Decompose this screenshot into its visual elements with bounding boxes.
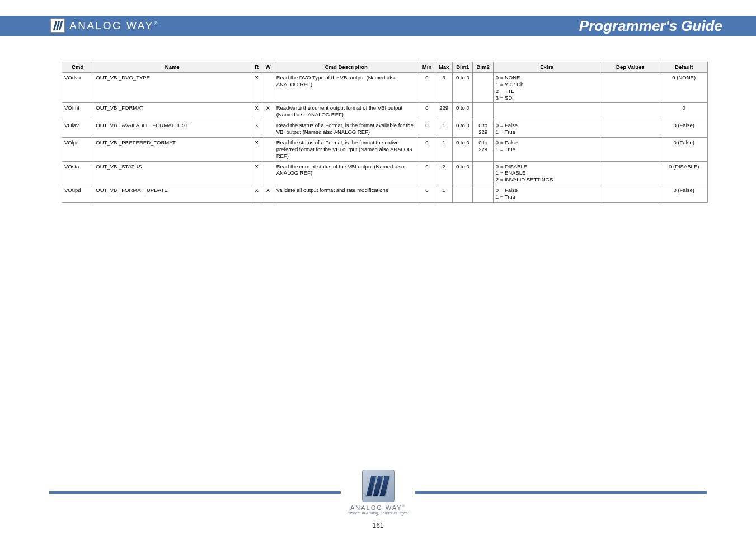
table-cell: OUT_VBI_AVAILABLE_FORMAT_LIST bbox=[93, 120, 251, 138]
th-dim1: Dim1 bbox=[453, 62, 473, 73]
table-cell bbox=[473, 103, 493, 120]
footer-tagline: Pioneer in Analog, Leader in Digital bbox=[348, 511, 408, 515]
table-cell: 1 bbox=[435, 185, 453, 203]
table-cell: VOlav bbox=[62, 120, 93, 138]
table-cell bbox=[262, 120, 274, 138]
table-cell: X bbox=[251, 161, 262, 185]
th-name: Name bbox=[93, 62, 251, 73]
table-cell: 0 (False) bbox=[660, 185, 708, 203]
table-cell: OUT_VBI_PREFERED_FORMAT bbox=[93, 137, 251, 161]
footer-rule-left bbox=[49, 491, 341, 494]
table-cell: Read the status of a Format, is the form… bbox=[274, 137, 419, 161]
table-cell: 0 (False) bbox=[660, 120, 708, 138]
th-cmd: Cmd bbox=[62, 62, 93, 73]
table-cell bbox=[493, 103, 600, 120]
table-cell: X bbox=[262, 185, 274, 203]
table-row: VOfmtOUT_VBI_FORMATXXRead/write the curr… bbox=[62, 103, 708, 120]
table-row: VOupdOUT_VBI_FORMAT_UPDATEXXValidate all… bbox=[62, 185, 708, 203]
table-row: VOlavOUT_VBI_AVAILABLE_FORMAT_LISTXRead … bbox=[62, 120, 708, 138]
table-cell: 229 bbox=[435, 103, 453, 120]
header-left: ANALOG WAY® bbox=[0, 16, 159, 36]
command-table: Cmd Name R W Cmd Description Min Max Dim… bbox=[62, 62, 708, 203]
table-cell: 0 bbox=[419, 185, 435, 203]
page-title: Programmer's Guide bbox=[579, 17, 722, 35]
table-cell bbox=[600, 161, 660, 185]
table-cell: X bbox=[251, 72, 262, 103]
table-cell: OUT_VBI_STATUS bbox=[93, 161, 251, 185]
table-cell: 3 bbox=[435, 72, 453, 103]
table-cell: 0 to 0 bbox=[453, 161, 473, 185]
table-cell: 0 = DISABLE 1 = ENABLE 2 = INVALID SETTI… bbox=[493, 161, 600, 185]
table-cell: 0 bbox=[419, 137, 435, 161]
table-cell: 0 bbox=[419, 103, 435, 120]
table-cell bbox=[600, 103, 660, 120]
table-cell: 0 bbox=[660, 103, 708, 120]
table-cell: 0 (DISABLE) bbox=[660, 161, 708, 185]
th-r: R bbox=[251, 62, 262, 73]
table-cell: 0 to 229 bbox=[473, 137, 493, 161]
table-row: VOdvoOUT_VBI_DVO_TYPEXRead the DVO Type … bbox=[62, 72, 708, 103]
table-cell: 0 = NONE 1 = Y Cr Cb 2 = TTL 3 = SDI bbox=[493, 72, 600, 103]
brand-logo-icon bbox=[362, 470, 395, 502]
table-cell: 0 to 0 bbox=[453, 103, 473, 120]
footer-rule-right bbox=[415, 491, 707, 494]
footer-brand: ANALOG WAY® bbox=[350, 504, 406, 511]
table-cell: 0 = False 1 = True bbox=[493, 120, 600, 138]
table-cell: OUT_VBI_DVO_TYPE bbox=[93, 72, 251, 103]
table-cell: 0 bbox=[419, 72, 435, 103]
table-cell: VOupd bbox=[62, 185, 93, 203]
table-cell bbox=[600, 72, 660, 103]
table-cell: 0 = False 1 = True bbox=[493, 137, 600, 161]
table-cell: X bbox=[251, 120, 262, 138]
table-cell: X bbox=[262, 103, 274, 120]
brand-logo-icon bbox=[50, 18, 65, 33]
table-cell: X bbox=[251, 185, 262, 203]
th-depvalues: Dep Values bbox=[600, 62, 660, 73]
table-row: VOstaOUT_VBI_STATUSXRead the current sta… bbox=[62, 161, 708, 185]
table-cell bbox=[600, 120, 660, 138]
table-cell: X bbox=[251, 103, 262, 120]
table-cell: 0 bbox=[419, 120, 435, 138]
th-extra: Extra bbox=[493, 62, 600, 73]
table-cell: 0 to 0 bbox=[453, 72, 473, 103]
th-max: Max bbox=[435, 62, 453, 73]
table-cell: 1 bbox=[435, 120, 453, 138]
table-cell: VOfmt bbox=[62, 103, 93, 120]
header-bar: ANALOG WAY® Programmer's Guide bbox=[0, 16, 756, 36]
table-cell: 0 to 229 bbox=[473, 120, 493, 138]
table-cell: Read the DVO Type of the VBI output (Nam… bbox=[274, 72, 419, 103]
table-cell bbox=[262, 161, 274, 185]
table-cell bbox=[600, 137, 660, 161]
table-cell bbox=[473, 72, 493, 103]
table-cell bbox=[262, 72, 274, 103]
table-cell: 1 bbox=[435, 137, 453, 161]
th-dim2: Dim2 bbox=[473, 62, 493, 73]
table-cell: 0 to 0 bbox=[453, 137, 473, 161]
table-cell: VOsta bbox=[62, 161, 93, 185]
table-cell: 0 to 0 bbox=[453, 120, 473, 138]
th-desc: Cmd Description bbox=[274, 62, 419, 73]
table-cell: OUT_VBI_FORMAT_UPDATE bbox=[93, 185, 251, 203]
table-cell bbox=[473, 185, 493, 203]
footer-logo: ANALOG WAY® Pioneer in Analog, Leader in… bbox=[348, 470, 408, 515]
table-cell: 0 bbox=[419, 161, 435, 185]
footer: ANALOG WAY® Pioneer in Analog, Leader in… bbox=[0, 470, 756, 515]
table-cell: VOdvo bbox=[62, 72, 93, 103]
table-cell: Read/write the current output format of … bbox=[274, 103, 419, 120]
table-cell: Read the status of a Format, is the form… bbox=[274, 120, 419, 138]
table-cell: 0 (NONE) bbox=[660, 72, 708, 103]
table-cell: Validate all output format and rate modi… bbox=[274, 185, 419, 203]
table-cell: X bbox=[251, 137, 262, 161]
table-header-row: Cmd Name R W Cmd Description Min Max Dim… bbox=[62, 62, 708, 73]
table-cell bbox=[600, 185, 660, 203]
table-cell bbox=[473, 161, 493, 185]
table-cell: VOlpr bbox=[62, 137, 93, 161]
table-cell: 0 (False) bbox=[660, 137, 708, 161]
table-cell: OUT_VBI_FORMAT bbox=[93, 103, 251, 120]
th-min: Min bbox=[419, 62, 435, 73]
table-cell: 2 bbox=[435, 161, 453, 185]
brand-text: ANALOG WAY® bbox=[69, 20, 159, 32]
table-cell: 0 = False 1 = True bbox=[493, 185, 600, 203]
th-default: Default bbox=[660, 62, 708, 73]
table-row: VOlprOUT_VBI_PREFERED_FORMATXRead the st… bbox=[62, 137, 708, 161]
